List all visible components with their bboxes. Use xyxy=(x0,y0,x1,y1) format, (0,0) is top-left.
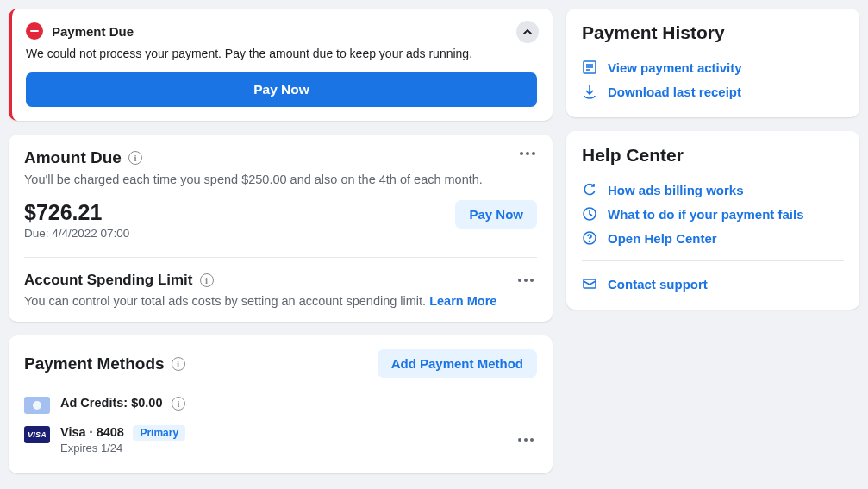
amount-due-value: $726.21 xyxy=(24,200,129,225)
mail-icon xyxy=(582,276,597,292)
download-icon xyxy=(582,84,597,99)
visa-expires: Expires 1/24 xyxy=(60,442,185,455)
spending-limit-title: Account Spending Limit xyxy=(24,272,193,289)
spending-limit-menu-button[interactable] xyxy=(515,275,537,285)
primary-badge: Primary xyxy=(133,425,185,441)
collapse-button[interactable] xyxy=(516,21,539,43)
help-center-title: Help Center xyxy=(582,145,844,166)
add-payment-method-button[interactable]: Add Payment Method xyxy=(378,349,537,378)
amount-due-date: Due: 4/4/2022 07:00 xyxy=(24,227,129,240)
svg-point-0 xyxy=(33,401,41,410)
payment-method-credits: Ad Credits: $0.00 i xyxy=(24,390,537,419)
payment-methods-card: Payment Methods i Add Payment Method Ad … xyxy=(9,335,553,473)
chevron-up-icon xyxy=(522,27,533,37)
pay-now-button[interactable]: Pay Now xyxy=(26,72,537,107)
payment-history-card: Payment History View payment activity Do… xyxy=(566,9,859,117)
payment-method-visa: VISA Visa · 8408 Primary Expires 1/24 xyxy=(24,419,537,460)
open-help-center-link[interactable]: Open Help Center xyxy=(582,226,844,250)
payment-methods-title: Payment Methods xyxy=(24,354,165,373)
visa-label: Visa · 8408 xyxy=(60,425,124,439)
info-icon[interactable]: i xyxy=(172,397,185,411)
help-center-card: Help Center How ads billing works What t… xyxy=(566,131,859,310)
amount-due-menu-button[interactable] xyxy=(516,148,539,159)
amount-due-subtext: You'll be charged each time you spend $2… xyxy=(24,172,537,186)
question-icon xyxy=(582,230,597,246)
spending-limit-subtext: You can control your total ads costs by … xyxy=(24,294,537,308)
amount-due-title: Amount Due xyxy=(24,148,122,167)
alert-title: Payment Due xyxy=(52,24,134,39)
info-icon[interactable]: i xyxy=(128,151,142,165)
learn-more-link[interactable]: Learn More xyxy=(429,294,496,308)
contact-support-link[interactable]: Contact support xyxy=(582,272,844,296)
how-billing-works-link[interactable]: How ads billing works xyxy=(582,178,844,202)
alert-body: We could not process your payment. Pay t… xyxy=(26,47,537,60)
pay-now-soft-button[interactable]: Pay Now xyxy=(455,200,537,229)
svg-rect-8 xyxy=(584,279,596,288)
credits-label: Ad Credits: $0.00 xyxy=(60,396,162,410)
refresh-icon xyxy=(582,182,597,197)
visa-icon: VISA xyxy=(24,426,50,443)
info-icon[interactable]: i xyxy=(200,273,214,287)
visa-menu-button[interactable] xyxy=(515,435,537,445)
payment-history-title: Payment History xyxy=(582,22,844,43)
download-receipt-link[interactable]: Download last receipt xyxy=(582,79,844,103)
payment-fail-help-link[interactable]: What to do if your payment fails xyxy=(582,202,844,226)
payment-due-alert: Payment Due We could not process your pa… xyxy=(9,9,553,121)
error-icon xyxy=(26,22,43,40)
info-icon[interactable]: i xyxy=(172,357,185,371)
view-payment-activity-link[interactable]: View payment activity xyxy=(582,55,844,79)
clock-icon xyxy=(582,206,597,222)
amount-due-card: Amount Due i You'll be charged each time… xyxy=(9,135,553,322)
credits-icon xyxy=(24,397,50,414)
svg-point-7 xyxy=(590,241,590,242)
list-icon xyxy=(582,60,597,75)
